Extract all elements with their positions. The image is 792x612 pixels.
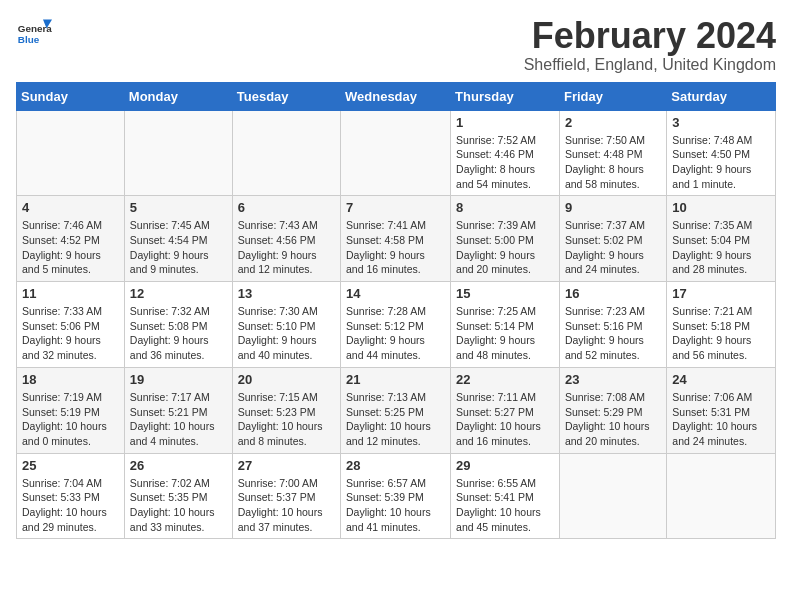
general-blue-logo-icon: General Blue <box>16 16 52 52</box>
calendar-cell: 8Sunrise: 7:39 AM Sunset: 5:00 PM Daylig… <box>451 196 560 282</box>
calendar-cell: 13Sunrise: 7:30 AM Sunset: 5:10 PM Dayli… <box>232 282 340 368</box>
day-info: Sunrise: 7:37 AM Sunset: 5:02 PM Dayligh… <box>565 218 661 277</box>
day-info: Sunrise: 7:45 AM Sunset: 4:54 PM Dayligh… <box>130 218 227 277</box>
calendar-cell: 11Sunrise: 7:33 AM Sunset: 5:06 PM Dayli… <box>17 282 125 368</box>
day-info: Sunrise: 7:39 AM Sunset: 5:00 PM Dayligh… <box>456 218 554 277</box>
calendar-cell <box>341 110 451 196</box>
day-number: 17 <box>672 286 770 301</box>
day-info: Sunrise: 7:48 AM Sunset: 4:50 PM Dayligh… <box>672 133 770 192</box>
day-info: Sunrise: 6:55 AM Sunset: 5:41 PM Dayligh… <box>456 476 554 535</box>
day-number: 7 <box>346 200 445 215</box>
day-number: 18 <box>22 372 119 387</box>
day-info: Sunrise: 7:41 AM Sunset: 4:58 PM Dayligh… <box>346 218 445 277</box>
day-info: Sunrise: 7:46 AM Sunset: 4:52 PM Dayligh… <box>22 218 119 277</box>
day-info: Sunrise: 6:57 AM Sunset: 5:39 PM Dayligh… <box>346 476 445 535</box>
day-number: 2 <box>565 115 661 130</box>
day-info: Sunrise: 7:21 AM Sunset: 5:18 PM Dayligh… <box>672 304 770 363</box>
day-number: 3 <box>672 115 770 130</box>
day-number: 8 <box>456 200 554 215</box>
day-info: Sunrise: 7:11 AM Sunset: 5:27 PM Dayligh… <box>456 390 554 449</box>
calendar-cell: 17Sunrise: 7:21 AM Sunset: 5:18 PM Dayli… <box>667 282 776 368</box>
day-info: Sunrise: 7:30 AM Sunset: 5:10 PM Dayligh… <box>238 304 335 363</box>
day-number: 22 <box>456 372 554 387</box>
day-header-friday: Friday <box>559 82 666 110</box>
day-number: 23 <box>565 372 661 387</box>
calendar-cell <box>559 453 666 539</box>
calendar-cell: 29Sunrise: 6:55 AM Sunset: 5:41 PM Dayli… <box>451 453 560 539</box>
day-number: 28 <box>346 458 445 473</box>
calendar-cell: 24Sunrise: 7:06 AM Sunset: 5:31 PM Dayli… <box>667 367 776 453</box>
day-info: Sunrise: 7:23 AM Sunset: 5:16 PM Dayligh… <box>565 304 661 363</box>
day-number: 27 <box>238 458 335 473</box>
calendar-cell: 6Sunrise: 7:43 AM Sunset: 4:56 PM Daylig… <box>232 196 340 282</box>
day-info: Sunrise: 7:35 AM Sunset: 5:04 PM Dayligh… <box>672 218 770 277</box>
day-number: 1 <box>456 115 554 130</box>
day-info: Sunrise: 7:19 AM Sunset: 5:19 PM Dayligh… <box>22 390 119 449</box>
calendar-header-row: SundayMondayTuesdayWednesdayThursdayFrid… <box>17 82 776 110</box>
day-number: 20 <box>238 372 335 387</box>
calendar-cell <box>124 110 232 196</box>
calendar-week-row: 4Sunrise: 7:46 AM Sunset: 4:52 PM Daylig… <box>17 196 776 282</box>
calendar-week-row: 18Sunrise: 7:19 AM Sunset: 5:19 PM Dayli… <box>17 367 776 453</box>
day-number: 13 <box>238 286 335 301</box>
day-number: 5 <box>130 200 227 215</box>
calendar-cell: 25Sunrise: 7:04 AM Sunset: 5:33 PM Dayli… <box>17 453 125 539</box>
day-info: Sunrise: 7:17 AM Sunset: 5:21 PM Dayligh… <box>130 390 227 449</box>
day-number: 6 <box>238 200 335 215</box>
calendar-cell: 23Sunrise: 7:08 AM Sunset: 5:29 PM Dayli… <box>559 367 666 453</box>
day-info: Sunrise: 7:33 AM Sunset: 5:06 PM Dayligh… <box>22 304 119 363</box>
day-info: Sunrise: 7:15 AM Sunset: 5:23 PM Dayligh… <box>238 390 335 449</box>
calendar-cell: 2Sunrise: 7:50 AM Sunset: 4:48 PM Daylig… <box>559 110 666 196</box>
title-area: February 2024 Sheffield, England, United… <box>524 16 776 74</box>
calendar-cell <box>232 110 340 196</box>
day-header-saturday: Saturday <box>667 82 776 110</box>
day-number: 24 <box>672 372 770 387</box>
calendar-cell: 1Sunrise: 7:52 AM Sunset: 4:46 PM Daylig… <box>451 110 560 196</box>
day-number: 19 <box>130 372 227 387</box>
calendar-cell: 19Sunrise: 7:17 AM Sunset: 5:21 PM Dayli… <box>124 367 232 453</box>
calendar-cell: 7Sunrise: 7:41 AM Sunset: 4:58 PM Daylig… <box>341 196 451 282</box>
calendar-cell <box>17 110 125 196</box>
logo-area: General Blue <box>16 16 52 52</box>
day-info: Sunrise: 7:52 AM Sunset: 4:46 PM Dayligh… <box>456 133 554 192</box>
calendar-cell: 18Sunrise: 7:19 AM Sunset: 5:19 PM Dayli… <box>17 367 125 453</box>
day-info: Sunrise: 7:25 AM Sunset: 5:14 PM Dayligh… <box>456 304 554 363</box>
calendar-cell: 3Sunrise: 7:48 AM Sunset: 4:50 PM Daylig… <box>667 110 776 196</box>
day-info: Sunrise: 7:00 AM Sunset: 5:37 PM Dayligh… <box>238 476 335 535</box>
calendar-cell: 12Sunrise: 7:32 AM Sunset: 5:08 PM Dayli… <box>124 282 232 368</box>
day-header-sunday: Sunday <box>17 82 125 110</box>
location-title: Sheffield, England, United Kingdom <box>524 56 776 74</box>
calendar-cell: 9Sunrise: 7:37 AM Sunset: 5:02 PM Daylig… <box>559 196 666 282</box>
day-header-tuesday: Tuesday <box>232 82 340 110</box>
day-number: 14 <box>346 286 445 301</box>
calendar-cell: 22Sunrise: 7:11 AM Sunset: 5:27 PM Dayli… <box>451 367 560 453</box>
calendar-week-row: 1Sunrise: 7:52 AM Sunset: 4:46 PM Daylig… <box>17 110 776 196</box>
day-number: 25 <box>22 458 119 473</box>
calendar-cell: 28Sunrise: 6:57 AM Sunset: 5:39 PM Dayli… <box>341 453 451 539</box>
calendar-week-row: 11Sunrise: 7:33 AM Sunset: 5:06 PM Dayli… <box>17 282 776 368</box>
page-header: General Blue February 2024 Sheffield, En… <box>16 16 776 74</box>
calendar-cell: 16Sunrise: 7:23 AM Sunset: 5:16 PM Dayli… <box>559 282 666 368</box>
day-info: Sunrise: 7:04 AM Sunset: 5:33 PM Dayligh… <box>22 476 119 535</box>
calendar-cell: 10Sunrise: 7:35 AM Sunset: 5:04 PM Dayli… <box>667 196 776 282</box>
day-number: 29 <box>456 458 554 473</box>
day-header-wednesday: Wednesday <box>341 82 451 110</box>
day-number: 4 <box>22 200 119 215</box>
calendar-cell: 5Sunrise: 7:45 AM Sunset: 4:54 PM Daylig… <box>124 196 232 282</box>
day-header-thursday: Thursday <box>451 82 560 110</box>
day-number: 11 <box>22 286 119 301</box>
day-info: Sunrise: 7:43 AM Sunset: 4:56 PM Dayligh… <box>238 218 335 277</box>
calendar-cell: 20Sunrise: 7:15 AM Sunset: 5:23 PM Dayli… <box>232 367 340 453</box>
day-number: 16 <box>565 286 661 301</box>
calendar-cell: 27Sunrise: 7:00 AM Sunset: 5:37 PM Dayli… <box>232 453 340 539</box>
calendar-cell <box>667 453 776 539</box>
calendar-cell: 15Sunrise: 7:25 AM Sunset: 5:14 PM Dayli… <box>451 282 560 368</box>
day-number: 21 <box>346 372 445 387</box>
day-info: Sunrise: 7:28 AM Sunset: 5:12 PM Dayligh… <box>346 304 445 363</box>
day-number: 10 <box>672 200 770 215</box>
day-number: 9 <box>565 200 661 215</box>
day-number: 15 <box>456 286 554 301</box>
svg-text:Blue: Blue <box>18 34 40 45</box>
calendar-cell: 21Sunrise: 7:13 AM Sunset: 5:25 PM Dayli… <box>341 367 451 453</box>
month-title: February 2024 <box>524 16 776 56</box>
